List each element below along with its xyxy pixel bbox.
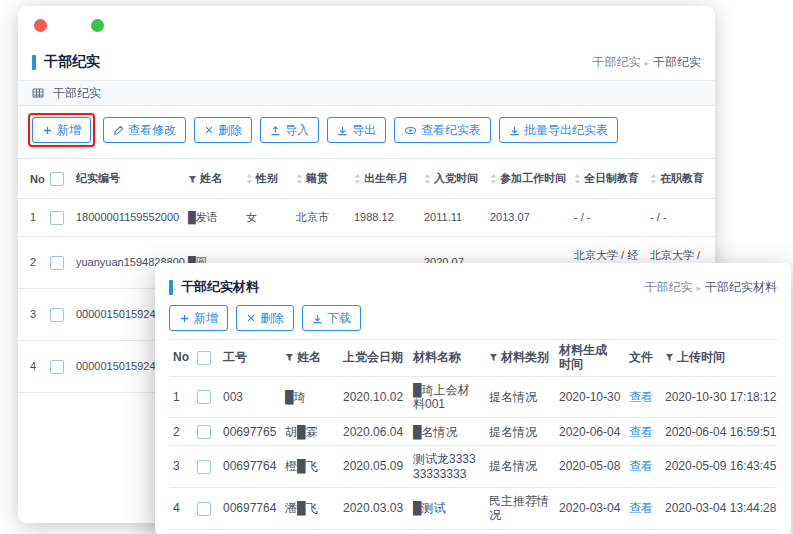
view-record-sheet-button[interactable]: 查看纪实表 [394, 117, 491, 143]
row-checkbox[interactable] [197, 425, 211, 439]
title-accent-bar [32, 55, 36, 70]
row-checkbox[interactable] [50, 360, 64, 374]
breadcrumb-parent[interactable]: 干部纪实 [644, 280, 692, 294]
page-title-text: 干部纪实 [44, 53, 100, 71]
table-row: 1 18000001159552000 █发语 女 北京市 1988.12 20… [18, 199, 715, 237]
view-file-link[interactable]: 查看 [629, 390, 653, 404]
upload-icon [270, 125, 281, 136]
export-button[interactable]: 导出 [327, 117, 386, 143]
main-toolbar: 新增 查看修改 删除 导入 导出 查看纪实表 [18, 106, 715, 154]
bulk-export-record-sheet-button[interactable]: 批量导出纪实表 [499, 117, 618, 143]
download-icon [509, 125, 520, 136]
eye-icon [404, 125, 417, 136]
col-onjob-education[interactable]: 在职教育 [646, 159, 715, 199]
table-row: 1 003 █琦 2020.10.02 █琦上会材料001 提名情况 2020-… [169, 376, 777, 418]
close-icon [246, 313, 256, 323]
import-button[interactable]: 导入 [260, 117, 319, 143]
close-window-dot[interactable] [34, 19, 47, 32]
section-bar: 干部纪实 [18, 80, 715, 106]
sort-icon[interactable] [650, 174, 657, 184]
select-all-checkbox[interactable] [50, 172, 64, 186]
sort-icon[interactable] [246, 174, 253, 184]
materials-toolbar: 新增 删除 下载 [169, 299, 777, 331]
filter-funnel-icon[interactable] [665, 353, 674, 362]
filter-funnel-icon[interactable] [489, 353, 498, 362]
view-file-link[interactable]: 查看 [629, 425, 653, 439]
row-checkbox[interactable] [197, 460, 211, 474]
col-no: No [18, 159, 46, 199]
col-material-type[interactable]: 材料类别 [485, 340, 555, 377]
breadcrumb: 干部纪实▸干部纪实 [592, 54, 701, 71]
col-select [46, 159, 72, 199]
row-checkbox[interactable] [197, 390, 211, 404]
col-upload-time[interactable]: 上传时间 [661, 340, 777, 377]
sort-icon[interactable] [354, 174, 361, 184]
materials-breadcrumb: 干部纪实▸干部纪实材料 [644, 279, 777, 296]
col-name[interactable]: 姓名 [184, 159, 242, 199]
col-employee-id[interactable]: 工号 [219, 340, 281, 377]
col-file: 文件 [625, 340, 661, 377]
add-button[interactable]: 新增 [32, 117, 91, 143]
view-edit-button[interactable]: 查看修改 [103, 117, 186, 143]
sort-icon[interactable] [490, 174, 497, 184]
sort-icon[interactable] [574, 174, 581, 184]
breadcrumb-separator-icon: ▸ [644, 58, 649, 68]
breadcrumb-current: 干部纪实材料 [705, 280, 777, 294]
col-birth-date[interactable]: 出生年月 [350, 159, 420, 199]
materials-title-text: 干部纪实材料 [181, 278, 259, 296]
plus-icon [179, 313, 190, 324]
col-party-join-date[interactable]: 入党时间 [420, 159, 486, 199]
breadcrumb-parent[interactable]: 干部纪实 [592, 55, 640, 69]
download-button[interactable]: 下载 [302, 305, 361, 331]
table-header-row: No 纪实编号 姓名 性别 籍贯 出生年月 [18, 159, 715, 199]
row-checkbox[interactable] [50, 211, 64, 225]
materials-title: 干部纪实材料 [169, 278, 259, 296]
table-header-row: No 工号 姓名 上党会日期 材料名称 材料类别 材料生成时间 文件 上传时间 [169, 340, 777, 377]
col-gender[interactable]: 性别 [242, 159, 292, 199]
col-material-name[interactable]: 材料名称 [409, 340, 485, 377]
table-row: 5 00000150 糖█圆 2019.10.30 某█会议纪要 提名情况 20… [169, 529, 777, 534]
materials-header: 干部纪实材料 干部纪实▸干部纪实材料 [169, 275, 777, 299]
close-icon [204, 125, 214, 135]
table-row: 3 00697764 橙█飞 2020.05.09 测试龙33333333333… [169, 446, 777, 488]
page-title: 干部纪实 [32, 53, 100, 71]
row-checkbox[interactable] [197, 502, 211, 516]
filter-funnel-icon[interactable] [188, 175, 197, 184]
edit-icon [113, 125, 124, 136]
row-checkbox[interactable] [50, 256, 64, 270]
select-all-checkbox[interactable] [197, 351, 211, 365]
screenshot-canvas: 干部纪实 干部纪实▸干部纪实 干部纪实 新增 查看修改 [0, 0, 793, 534]
col-generate-time[interactable]: 材料生成时间 [555, 340, 625, 377]
col-fulltime-education[interactable]: 全日制教育 [570, 159, 646, 199]
delete-button[interactable]: 删除 [194, 117, 252, 143]
delete-button[interactable]: 删除 [236, 305, 294, 331]
materials-table: No 工号 姓名 上党会日期 材料名称 材料类别 材料生成时间 文件 上传时间 [169, 339, 777, 534]
sort-icon[interactable] [296, 174, 303, 184]
maximize-window-dot[interactable] [91, 19, 104, 32]
breadcrumb-current: 干部纪实 [653, 55, 701, 69]
section-title: 干部纪实 [53, 85, 101, 102]
download-icon [337, 125, 348, 136]
annotation-highlight-box: 新增 [28, 113, 95, 147]
sort-icon[interactable] [424, 174, 431, 184]
download-icon [312, 313, 323, 324]
filter-funnel-icon[interactable] [285, 353, 294, 362]
col-native-place[interactable]: 籍贯 [292, 159, 350, 199]
view-file-link[interactable]: 查看 [629, 459, 653, 473]
add-button[interactable]: 新增 [169, 305, 228, 331]
col-select [193, 340, 219, 377]
window-titlebar [18, 6, 715, 44]
col-meeting-date[interactable]: 上党会日期 [339, 340, 409, 377]
view-file-link[interactable]: 查看 [629, 501, 653, 515]
col-name[interactable]: 姓名 [281, 340, 339, 377]
title-accent-bar [169, 280, 173, 295]
col-work-start-date[interactable]: 参加工作时间 [486, 159, 570, 199]
page-header: 干部纪实 干部纪实▸干部纪实 [18, 44, 715, 80]
table-row: 4 00697764 潘█飞 2020.03.03 █测试 民主推荐情况 202… [169, 487, 777, 529]
materials-panel: 干部纪实材料 干部纪实▸干部纪实材料 新增 删除 下载 [155, 263, 791, 534]
breadcrumb-separator-icon: ▸ [696, 283, 701, 293]
row-checkbox[interactable] [50, 308, 64, 322]
col-no: No [169, 340, 193, 377]
table-grid-icon [32, 87, 44, 99]
col-record-id[interactable]: 纪实编号 [72, 159, 184, 199]
